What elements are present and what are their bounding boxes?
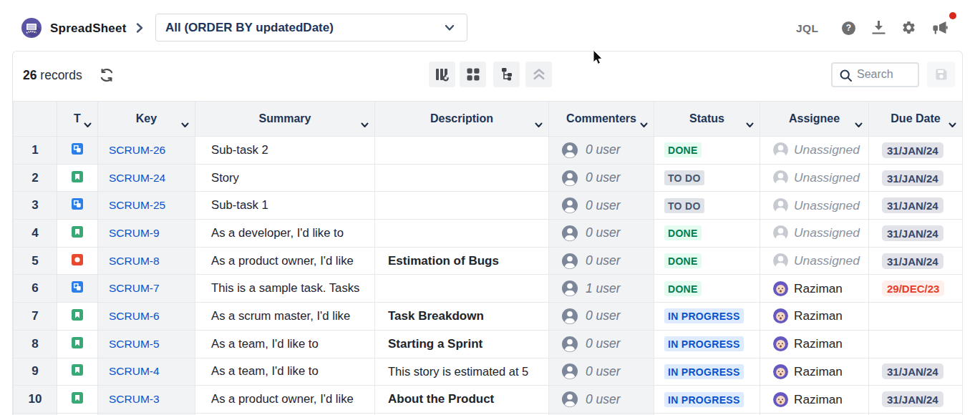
svg-text:?: ? — [846, 23, 851, 33]
